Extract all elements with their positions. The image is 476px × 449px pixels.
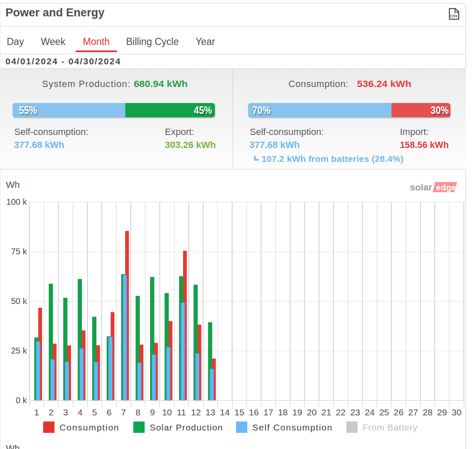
svg-text:20: 20 xyxy=(307,407,317,417)
svg-text:19: 19 xyxy=(292,407,302,417)
svg-text:Consumption: Consumption xyxy=(60,423,119,432)
svg-text:50 k: 50 k xyxy=(11,296,27,306)
svg-text:14: 14 xyxy=(220,407,230,417)
svg-text:26: 26 xyxy=(394,407,403,417)
svg-text:17: 17 xyxy=(263,407,273,417)
svg-text:27: 27 xyxy=(408,407,418,417)
svg-text:30: 30 xyxy=(452,407,461,417)
svg-text:Solar Production: Solar Production xyxy=(150,423,223,432)
svg-text:6: 6 xyxy=(107,407,112,417)
svg-text:1: 1 xyxy=(34,407,39,417)
svg-text:24: 24 xyxy=(365,407,375,417)
svg-text:CSV: CSV xyxy=(450,14,458,18)
svg-text:7: 7 xyxy=(121,407,126,417)
svg-text:0 k: 0 k xyxy=(16,396,27,405)
svg-text:22: 22 xyxy=(336,407,346,417)
svg-text:18: 18 xyxy=(278,407,288,417)
svg-text:29: 29 xyxy=(437,407,447,417)
svg-text:2: 2 xyxy=(49,407,54,417)
svg-text:Self Consumption: Self Consumption xyxy=(252,423,333,432)
svg-text:25: 25 xyxy=(379,407,389,417)
svg-text:From Battery: From Battery xyxy=(362,423,418,432)
svg-text:12: 12 xyxy=(191,407,201,417)
svg-text:5: 5 xyxy=(92,407,97,417)
svg-text:23: 23 xyxy=(350,407,360,417)
svg-text:9: 9 xyxy=(150,407,155,417)
svg-text:15: 15 xyxy=(235,407,244,417)
svg-text:100 k: 100 k xyxy=(6,197,27,206)
svg-text:10: 10 xyxy=(162,407,172,417)
svg-text:16: 16 xyxy=(249,407,259,417)
svg-text:4: 4 xyxy=(78,407,83,417)
svg-text:Wh: Wh xyxy=(6,180,20,190)
svg-text:75 k: 75 k xyxy=(11,247,27,256)
svg-text:13: 13 xyxy=(206,407,215,417)
svg-text:8: 8 xyxy=(135,407,140,417)
svg-text:3: 3 xyxy=(63,407,68,417)
svg-text:28: 28 xyxy=(423,407,432,417)
svg-text:25 k: 25 k xyxy=(11,346,27,355)
svg-text:21: 21 xyxy=(321,407,331,417)
svg-text:11: 11 xyxy=(177,407,186,417)
